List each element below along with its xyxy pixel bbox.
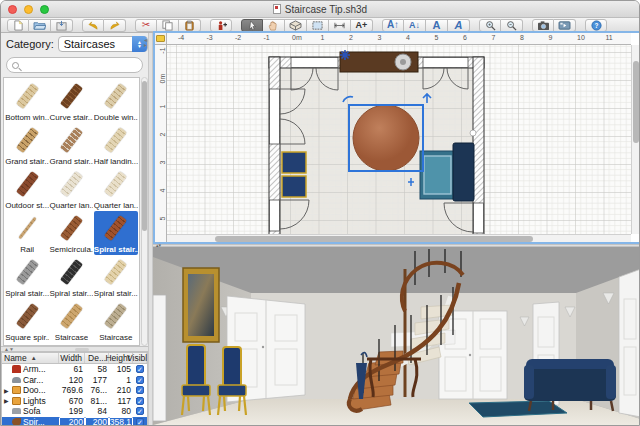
window-title: Staircase Tip.sh3d <box>273 4 367 15</box>
furniture-visible: ✓ <box>133 364 147 375</box>
catalog-item-label: Spiral stair... <box>5 289 49 298</box>
furniture-name: Spir... <box>2 417 59 426</box>
decrease-text-size-button[interactable]: A↓ <box>404 19 426 32</box>
create-dimensions-button[interactable] <box>329 19 351 32</box>
furniture-width: 769.6 <box>59 385 85 396</box>
catalog-item[interactable]: Staircase <box>49 299 93 343</box>
pan-button[interactable] <box>263 19 285 32</box>
copy-button[interactable] <box>157 19 179 32</box>
furniture-table-header: Name▲ Width De... Height Visible <box>2 353 147 364</box>
catalog-item[interactable]: Spiral stair... <box>94 255 138 299</box>
catalog-thumbnail <box>5 167 49 201</box>
video-button[interactable] <box>554 19 576 32</box>
new-button[interactable] <box>7 19 29 32</box>
catalog-item[interactable]: Double win... <box>94 79 138 123</box>
ruler-label: 8 <box>520 34 524 41</box>
visible-checkbox[interactable]: ✓ <box>136 418 144 426</box>
furniture-catalog-panel: Category: Staircases ▲▼ ◂▸ Bottom win...… <box>1 33 148 426</box>
furniture-visible: ✓ <box>133 406 147 417</box>
catalog-thumbnail <box>49 123 93 157</box>
window-title-text: Staircase Tip.sh3d <box>285 4 367 15</box>
expander-icon[interactable]: ▶ <box>4 397 10 404</box>
create-rooms-button[interactable] <box>307 19 329 32</box>
catalog-item-label: Semicircula... <box>49 245 93 254</box>
catalog-item[interactable]: Spiral stair... <box>49 255 93 299</box>
ruler-label: 0m <box>292 34 302 41</box>
furniture-visible: ✓ <box>133 396 147 407</box>
catalog-item[interactable]: Rail <box>5 211 49 255</box>
level-icon <box>156 35 165 42</box>
expander-icon[interactable]: ▶ <box>4 387 10 394</box>
minimize-button[interactable] <box>24 5 33 14</box>
visible-checkbox[interactable]: ✓ <box>136 407 144 415</box>
view-3d[interactable] <box>153 247 640 426</box>
car-icon <box>12 377 21 383</box>
add-furniture-button[interactable] <box>210 19 232 32</box>
increase-text-size-button[interactable]: A↑ <box>382 19 404 32</box>
plan-horizontal-scrollbar[interactable] <box>167 234 631 242</box>
furniture-row[interactable]: ▶Doo...769.676...210✓ <box>2 385 147 396</box>
undo-button[interactable] <box>82 19 104 32</box>
furniture-visible: ✓ <box>133 385 147 396</box>
catalog-item[interactable]: Semicircula... <box>49 211 93 255</box>
catalog-item[interactable]: Grand stair... <box>5 123 49 167</box>
catalog-item[interactable]: Spiral stair... <box>94 211 138 255</box>
search-input[interactable] <box>6 57 143 73</box>
catalog-item[interactable]: Quarter lan... <box>94 167 138 211</box>
catalog-item[interactable]: Half landin... <box>94 123 138 167</box>
catalog-item[interactable]: Outdoor st... <box>5 167 49 211</box>
catalog-item[interactable]: Staircase <box>94 299 138 343</box>
furniture-row[interactable]: ▶Lights67081...117✓ <box>2 396 147 407</box>
catalog-item[interactable]: Bottom win... <box>5 79 49 123</box>
photo-button[interactable] <box>532 19 554 32</box>
visible-checkbox[interactable]: ✓ <box>136 397 144 405</box>
cut-button[interactable]: ✂ <box>135 19 157 32</box>
plan-view[interactable]: -4-3-2-10m123456789101112 -10m12345 <box>153 31 640 244</box>
catalog-scrollbar[interactable] <box>141 77 148 346</box>
plan-rug <box>420 151 455 199</box>
splitter-collapse-arrows[interactable]: ◂▸ <box>144 38 147 48</box>
help-button[interactable]: ? <box>585 19 607 32</box>
open-button[interactable] <box>29 19 51 32</box>
column-visible[interactable]: Visible <box>133 353 147 363</box>
add-text-button[interactable]: A+ <box>351 19 373 32</box>
zoom-out-button[interactable] <box>501 19 523 32</box>
ruler-label: -3 <box>207 34 213 41</box>
ruler-label: 5 <box>435 34 439 41</box>
plan-canvas[interactable] <box>167 45 631 234</box>
catalog-item[interactable]: Curve stair... <box>49 79 93 123</box>
column-width[interactable]: Width <box>59 353 85 363</box>
paste-button[interactable] <box>179 19 201 32</box>
compass-icon <box>340 50 350 60</box>
select-button[interactable] <box>241 19 263 32</box>
column-name[interactable]: Name▲ <box>2 353 59 363</box>
furniture-row[interactable]: Spir...200200358.1✓ <box>2 417 147 426</box>
zoom-in-button[interactable] <box>479 19 501 32</box>
furniture-row[interactable]: Arm...6158105✓ <box>2 364 147 375</box>
furniture-height: 1 <box>109 375 133 386</box>
italic-button[interactable]: A <box>448 19 470 32</box>
bold-button[interactable]: A <box>426 19 448 32</box>
create-walls-button[interactable] <box>285 19 307 32</box>
save-button[interactable] <box>51 19 73 32</box>
close-button[interactable] <box>8 5 17 14</box>
visible-checkbox[interactable]: ✓ <box>136 365 144 373</box>
redo-button[interactable] <box>104 19 126 32</box>
furniture-row[interactable]: Sofa1998480✓ <box>2 406 147 417</box>
ruler-label: 2 <box>349 34 353 41</box>
plan-sofa <box>453 143 474 201</box>
catalog-item[interactable]: Quarter lan... <box>49 167 93 211</box>
plan-vertical-scrollbar[interactable] <box>631 45 639 234</box>
toolbar-group <box>532 19 576 32</box>
scene-3d <box>153 247 640 426</box>
zoom-window-button[interactable] <box>40 5 49 14</box>
furniture-row[interactable]: Car...1201771✓ <box>2 375 147 386</box>
catalog-thumbnail <box>94 211 138 245</box>
catalog-item[interactable]: Square spir... <box>5 299 49 343</box>
catalog-item[interactable]: Grand stair... <box>49 123 93 167</box>
visible-checkbox[interactable]: ✓ <box>136 386 144 394</box>
plan-wall-light <box>470 130 476 136</box>
catalog-item[interactable]: Spiral stair... <box>5 255 49 299</box>
visible-checkbox[interactable]: ✓ <box>136 376 144 384</box>
category-dropdown[interactable]: Staircases ▲▼ <box>58 36 148 52</box>
